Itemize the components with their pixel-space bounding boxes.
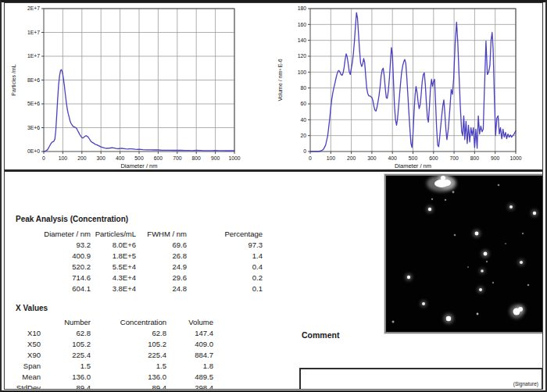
svg-text:0: 0 (309, 155, 312, 161)
svg-text:900: 900 (491, 155, 500, 161)
table-header-cell: Percentage (187, 229, 263, 240)
svg-text:8E+6: 8E+6 (27, 77, 40, 83)
table-cell: X90 (15, 350, 41, 361)
table-cell: 105.2 (41, 339, 91, 350)
peak-analysis-table: Diameter / nmParticles/mLFWHM / nmPercen… (15, 229, 263, 294)
svg-text:0E+0: 0E+0 (27, 148, 40, 154)
table-cell: 105.2 (91, 339, 166, 350)
svg-text:140: 140 (298, 37, 307, 43)
table-cell: 62.8 (41, 328, 91, 339)
table-cell: 1.4 (187, 251, 263, 262)
svg-text:600: 600 (154, 155, 163, 161)
table-header-cell: FWHM / nm (136, 229, 187, 240)
table-cell: 97.3 (187, 240, 263, 251)
table-cell: 489.5 (166, 372, 213, 383)
table-cell: 0.1 (187, 283, 263, 294)
svg-text:0: 0 (42, 155, 45, 161)
particles-concentration-chart: 2E+71E+71E+78E+65E+63E+60E+0010020030040… (5, 5, 248, 169)
table-cell: 1.8 (166, 361, 213, 372)
table-header-cell: Particles/mL (91, 229, 136, 240)
table-cell: 3.8E+4 (91, 283, 136, 294)
svg-text:2E+7: 2E+7 (27, 5, 40, 11)
table-cell: 89.4 (41, 383, 91, 390)
table-header-cell: Diameter / nm (15, 229, 91, 240)
table-header-cell: Volume (166, 317, 213, 328)
table-cell: 89.4 (91, 383, 166, 390)
svg-text:180: 180 (298, 5, 307, 11)
table-cell: 136.0 (91, 372, 166, 383)
table-cell: 0.4 (187, 262, 263, 273)
x-values-title: X Values (16, 304, 48, 312)
table-cell: 225.4 (91, 350, 166, 361)
peak-analysis-title: Peak Analysis (Concentration) (16, 215, 128, 223)
table-cell: 29.6 (136, 273, 187, 283)
svg-text:400: 400 (388, 155, 398, 161)
svg-text:200: 200 (77, 155, 87, 161)
table-cell: 884.7 (166, 350, 213, 361)
svg-text:800: 800 (470, 155, 480, 161)
results-section: Peak Analysis (Concentration) Diameter /… (5, 172, 542, 389)
window-frame: 2E+71E+71E+78E+65E+63E+60E+0010020030040… (0, 0, 547, 392)
table-cell: 298.4 (166, 383, 213, 390)
table-cell: 24.9 (136, 262, 187, 273)
svg-text:100: 100 (327, 155, 336, 161)
table-cell: 409.0 (166, 339, 213, 350)
svg-text:Particles /mL: Particles /mL (11, 64, 16, 96)
svg-text:40: 40 (300, 117, 306, 123)
table-cell: 1.5 (41, 361, 91, 372)
table-cell: 24.8 (136, 283, 187, 294)
svg-text:1E+7: 1E+7 (27, 53, 40, 59)
table-cell: 4.3E+4 (91, 273, 136, 283)
charts-section: 2E+71E+71E+78E+65E+63E+60E+0010020030040… (5, 3, 542, 172)
svg-text:Volume / nm³ E-6: Volume / nm³ E-6 (277, 59, 283, 101)
table-cell: Mean (15, 372, 41, 383)
svg-text:3E+6: 3E+6 (27, 125, 40, 130)
table-cell: Span (15, 361, 41, 372)
svg-text:800: 800 (192, 155, 202, 161)
svg-text:160: 160 (298, 22, 307, 27)
svg-text:300: 300 (367, 155, 377, 161)
svg-text:100: 100 (298, 69, 307, 75)
svg-text:60: 60 (300, 101, 306, 106)
comment-label: Comment (302, 330, 339, 340)
svg-text:1000: 1000 (228, 155, 240, 161)
table-cell: 26.8 (136, 251, 187, 262)
table-cell: 69.6 (136, 240, 187, 251)
table-header-cell: Concentration (91, 317, 166, 328)
table-header-cell: Number (41, 317, 91, 328)
signature-box: (Signature) (299, 368, 543, 390)
svg-text:700: 700 (449, 155, 459, 161)
svg-text:500: 500 (409, 155, 418, 161)
table-cell: X10 (15, 328, 41, 339)
svg-text:0: 0 (303, 148, 306, 154)
table-cell: 0.2 (187, 273, 263, 283)
table-cell: 93.2 (15, 240, 91, 251)
svg-text:500: 500 (134, 155, 144, 161)
report-page: 2E+71E+71E+78E+65E+63E+60E+0010020030040… (4, 2, 543, 390)
signature-label: (Signature) (513, 381, 538, 387)
table-cell: 136.0 (41, 372, 91, 383)
svg-text:Diameter / nm: Diameter / nm (395, 162, 431, 169)
table-cell: 1.8E+5 (91, 251, 136, 262)
table-cell: 1.5 (91, 361, 166, 372)
table-cell: 604.1 (15, 283, 91, 294)
svg-text:120: 120 (298, 53, 307, 59)
svg-text:300: 300 (97, 155, 106, 161)
table-cell: X50 (15, 339, 41, 350)
volume-distribution-chart: 1801601401201008060402000100200300400500… (256, 5, 538, 169)
table-cell: 714.6 (15, 273, 91, 283)
table-cell: 147.4 (166, 328, 213, 339)
svg-text:600: 600 (429, 155, 438, 161)
particle-video-image (386, 176, 543, 329)
table-cell: 520.2 (15, 262, 91, 273)
svg-text:100: 100 (59, 155, 68, 161)
svg-text:Diameter / nm: Diameter / nm (120, 162, 157, 169)
table-cell: 225.4 (41, 350, 91, 361)
nta-video-frame (384, 174, 543, 333)
svg-text:1000: 1000 (509, 155, 521, 161)
table-cell: 62.8 (91, 328, 166, 339)
table-header-cell (15, 317, 41, 328)
table-cell: 8.0E+6 (91, 240, 136, 251)
svg-text:80: 80 (300, 85, 306, 91)
x-values-table: NumberConcentrationVolumeX1062.862.8147.… (15, 317, 213, 390)
